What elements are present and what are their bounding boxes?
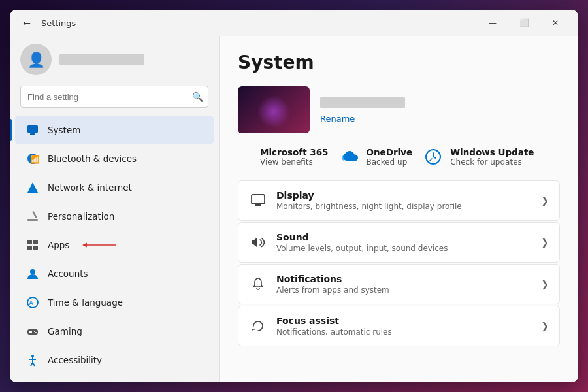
- back-button[interactable]: ←: [18, 14, 36, 32]
- onedrive-icon: [339, 146, 360, 167]
- notifications-title: Notifications: [276, 274, 532, 284]
- user-name-placeholder: [59, 54, 144, 65]
- titlebar-controls: — ⬜ ✕: [478, 13, 570, 33]
- sidebar-item-network-label: Network & internet: [48, 182, 132, 193]
- content-area: 👤 🔍 System: [10, 36, 578, 382]
- sidebar-item-system[interactable]: System: [15, 116, 214, 144]
- svg-text:A: A: [29, 300, 34, 306]
- svg-text:📶: 📶: [30, 154, 39, 164]
- svg-rect-10: [33, 246, 38, 250]
- main-content: System Rename Microsoft 365: [219, 36, 578, 382]
- sound-icon: [249, 233, 267, 252]
- notifications-text: Notifications Alerts from apps and syste…: [276, 274, 532, 295]
- svg-rect-8: [33, 240, 38, 244]
- svg-line-25: [33, 363, 35, 366]
- close-button[interactable]: ✕: [540, 13, 570, 33]
- svg-point-20: [35, 332, 37, 333]
- page-title: System: [238, 52, 560, 73]
- svg-rect-1: [30, 133, 35, 135]
- personalization-icon: [25, 209, 40, 223]
- settings-window: ← Settings — ⬜ ✕ 👤 🔍: [10, 10, 578, 382]
- focus-title: Focus assist: [276, 316, 532, 326]
- maximize-button[interactable]: ⬜: [509, 13, 539, 33]
- system-name-placeholder: [320, 97, 405, 108]
- sidebar-item-apps[interactable]: Apps: [15, 231, 214, 259]
- display-title: Display: [276, 190, 532, 201]
- ms365-info: Microsoft 365 View benefits: [260, 147, 329, 167]
- sidebar: 👤 🔍 System: [10, 36, 219, 382]
- service-onedrive[interactable]: OneDrive Backed up: [339, 146, 413, 167]
- apps-arrow-indicator: [82, 240, 122, 250]
- svg-rect-18: [29, 331, 32, 333]
- service-winupdate[interactable]: Windows Update Check for updates: [423, 146, 534, 167]
- settings-sound[interactable]: Sound Volume levels, output, input, soun…: [238, 222, 560, 263]
- svg-point-13: [30, 269, 35, 274]
- svg-marker-12: [82, 243, 87, 248]
- sidebar-item-accounts-label: Accounts: [48, 269, 88, 279]
- display-text: Display Monitors, brightness, night ligh…: [276, 190, 532, 211]
- minimize-button[interactable]: —: [478, 13, 508, 33]
- svg-rect-27: [252, 195, 265, 204]
- sound-title: Sound: [276, 232, 532, 242]
- winupdate-info: Windows Update Check for updates: [450, 147, 534, 167]
- winupdate-status: Check for updates: [450, 157, 534, 167]
- sidebar-item-bluetooth[interactable]: 📶 Bluetooth & devices: [15, 145, 214, 172]
- gaming-icon: [25, 324, 40, 338]
- system-card: Rename: [238, 86, 560, 133]
- sidebar-item-accessibility[interactable]: Accessibility: [15, 346, 214, 374]
- accessibility-icon: [25, 353, 40, 367]
- settings-display[interactable]: Display Monitors, brightness, night ligh…: [238, 180, 560, 221]
- settings-list: Display Monitors, brightness, night ligh…: [238, 180, 560, 346]
- ms365-status: View benefits: [260, 157, 329, 167]
- system-image: [238, 86, 310, 133]
- svg-rect-5: [27, 219, 38, 221]
- svg-rect-9: [27, 246, 32, 250]
- notifications-chevron: ❯: [541, 279, 549, 289]
- ms365-name: Microsoft 365: [260, 147, 329, 157]
- ms365-icon: [238, 149, 253, 165]
- display-desc: Monitors, brightness, night light, displ…: [276, 202, 532, 211]
- svg-marker-4: [27, 182, 38, 193]
- notifications-icon: [249, 275, 267, 293]
- user-section: 👤: [10, 36, 219, 86]
- sidebar-item-time[interactable]: A Time & language: [15, 289, 214, 316]
- display-chevron: ❯: [541, 195, 549, 206]
- svg-rect-0: [27, 125, 38, 133]
- focus-desc: Notifications, automatic rules: [276, 327, 532, 336]
- apps-icon: [25, 238, 40, 252]
- settings-notifications[interactable]: Notifications Alerts from apps and syste…: [238, 264, 560, 304]
- search-icon: 🔍: [192, 91, 203, 102]
- notifications-desc: Alerts from apps and system: [276, 286, 532, 295]
- titlebar: ← Settings — ⬜ ✕: [10, 10, 578, 36]
- sidebar-item-gaming[interactable]: Gaming: [15, 318, 214, 345]
- service-ms365[interactable]: Microsoft 365 View benefits: [238, 146, 329, 167]
- sidebar-item-accounts[interactable]: Accounts: [15, 260, 214, 287]
- winupdate-icon: [423, 146, 444, 167]
- svg-point-19: [34, 331, 35, 332]
- onedrive-status: Backed up: [367, 157, 413, 167]
- system-name-area: Rename: [320, 97, 405, 123]
- svg-rect-16: [27, 329, 38, 335]
- focus-text: Focus assist Notifications, automatic ru…: [276, 316, 532, 336]
- sidebar-item-network[interactable]: Network & internet: [15, 174, 214, 201]
- winupdate-name: Windows Update: [450, 147, 534, 157]
- sound-text: Sound Volume levels, output, input, soun…: [276, 232, 532, 253]
- sidebar-item-personalization-label: Personalization: [48, 211, 114, 221]
- avatar: 👤: [20, 44, 52, 75]
- svg-point-21: [31, 355, 34, 357]
- rename-link[interactable]: Rename: [320, 114, 405, 123]
- sound-desc: Volume levels, output, input, sound devi…: [276, 244, 532, 253]
- system-icon: [25, 123, 40, 137]
- display-icon: [249, 191, 267, 210]
- accounts-icon: [25, 267, 40, 281]
- sidebar-item-bluetooth-label: Bluetooth & devices: [48, 154, 137, 164]
- titlebar-title: Settings: [41, 18, 76, 28]
- settings-focus[interactable]: Focus assist Notifications, automatic ru…: [238, 306, 560, 346]
- sidebar-item-personalization[interactable]: Personalization: [15, 203, 214, 230]
- sidebar-item-gaming-label: Gaming: [48, 326, 82, 336]
- time-icon: A: [25, 295, 40, 310]
- search-input[interactable]: [20, 86, 208, 108]
- sidebar-item-accessibility-label: Accessibility: [48, 355, 102, 365]
- sidebar-item-time-label: Time & language: [48, 297, 123, 308]
- focus-icon: [249, 317, 267, 335]
